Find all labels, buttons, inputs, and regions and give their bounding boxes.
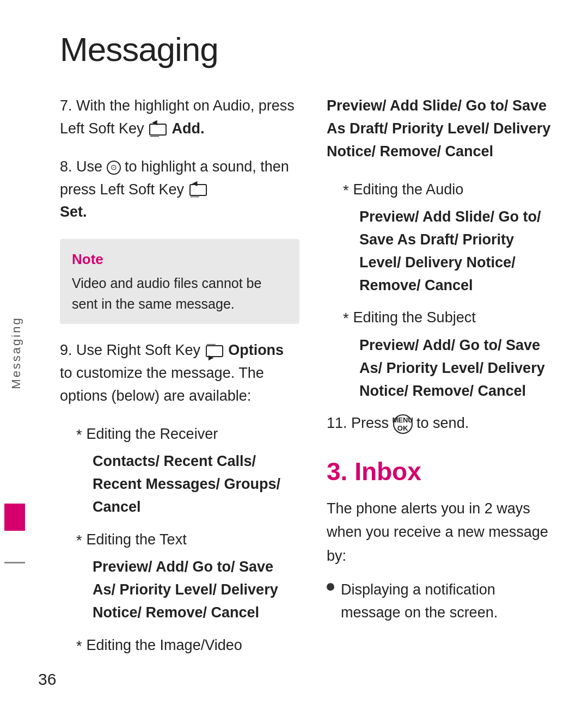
sub-image-label: Editing the Image/Video [87,634,242,657]
list-item-9: 9. Use Right Soft Key —► Options to cust… [60,339,299,408]
bullet-list: Displaying a notification message on the… [327,579,555,624]
right-column: Preview/ Add Slide/ Go to/ Save As Draft… [327,95,555,683]
nav-icon: ⊙ [107,161,121,175]
sub-audio-options: Preview/ Add Slide/ Go to/ Save As Draft… [359,206,555,297]
sub-receiver-label-row: * Editing the Receiver [76,423,299,446]
note-text: Video and audio files cannot be sent in … [72,273,287,314]
star-icon-receiver: * [76,424,82,446]
item9-text2: to customize the message. The options (b… [60,365,264,404]
sub-audio-label: Editing the Audio [353,179,464,201]
item8-bold: Set. [60,204,87,220]
right-soft-key-icon: —► [206,345,223,357]
sub-item-subject: * Editing the Subject Preview/ Add/ Go t… [343,306,555,402]
sub-subject-label-row: * Editing the Subject [343,306,555,330]
list-item-8: 8. Use ⊙ to highlight a sound, then pres… [60,156,299,224]
sub-image-label-row: * Editing the Image/Video [76,634,299,658]
item9-text1: 9. Use Right Soft Key [60,342,205,358]
section3-para: The phone alerts you in 2 ways when you … [327,497,555,568]
image-video-options: Preview/ Add Slide/ Go to/ Save As Draft… [327,95,555,163]
sub-receiver-options: Contacts/ Recent Calls/ Recent Messages/… [93,450,299,519]
ok-icon: MENUOK [393,414,413,434]
left-soft-key-icon-2: ◄— [189,184,207,196]
section-3: 3. Inbox The phone alerts you in 2 ways … [327,457,555,624]
note-box: Note Video and audio files cannot be sen… [60,239,299,324]
item11-text1: 11. Press [327,415,393,431]
note-label: Note [72,249,287,270]
item11-text2: to send. [416,415,469,431]
sub-subject-label: Editing the Subject [353,306,476,329]
item7-bold: Add. [172,120,205,137]
bullet-dot-icon [327,583,334,591]
left-column: 7. With the highlight on Audio, press Le… [60,95,299,683]
list-item-7: 7. With the highlight on Audio, press Le… [60,95,299,140]
sub-text-label: Editing the Text [87,529,187,551]
sub-audio-label-row: * Editing the Audio [343,179,555,202]
page-title: Messaging [60,30,555,69]
sub-text-options: Preview/ Add/ Go to/ Save As/ Priority L… [93,556,299,624]
sub-item-image: * Editing the Image/Video [76,634,299,658]
star-icon-subject: * [343,308,349,330]
star-icon-image: * [76,635,82,658]
sub-receiver-label: Editing the Receiver [87,423,218,445]
sub-item-audio: * Editing the Audio Preview/ Add Slide/ … [343,179,555,297]
sub-subject-options: Preview/ Add/ Go to/ Save As/ Priority L… [359,334,555,403]
star-icon-audio: * [343,180,349,202]
sidebar: Messaging [0,0,33,705]
item9-bold: Options [228,342,284,358]
sub-item-receiver: * Editing the Receiver Contacts/ Recent … [76,423,299,519]
list-item-11: 11. Press MENUOK to send. [327,412,555,435]
list-item: Displaying a notification message on the… [327,579,555,624]
page-number: 36 [38,670,56,689]
item8-text1: 8. Use [60,158,107,175]
section3-heading: 3. Inbox [327,457,555,486]
left-soft-key-icon-1: ◄— [149,124,167,136]
two-col-layout: 7. With the highlight on Audio, press Le… [60,95,555,683]
bullet-text-1: Displaying a notification message on the… [341,579,555,624]
sidebar-label: Messaging [9,316,23,389]
sub-text-label-row: * Editing the Text [76,529,299,552]
sidebar-line [4,562,25,563]
sub-item-text: * Editing the Text Preview/ Add/ Go to/ … [76,529,299,624]
sidebar-bar [4,504,25,531]
page-container: Messaging Messaging 7. With the highligh… [0,0,588,705]
star-icon-text: * [76,530,82,552]
main-content: Messaging 7. With the highlight on Audio… [33,0,588,705]
